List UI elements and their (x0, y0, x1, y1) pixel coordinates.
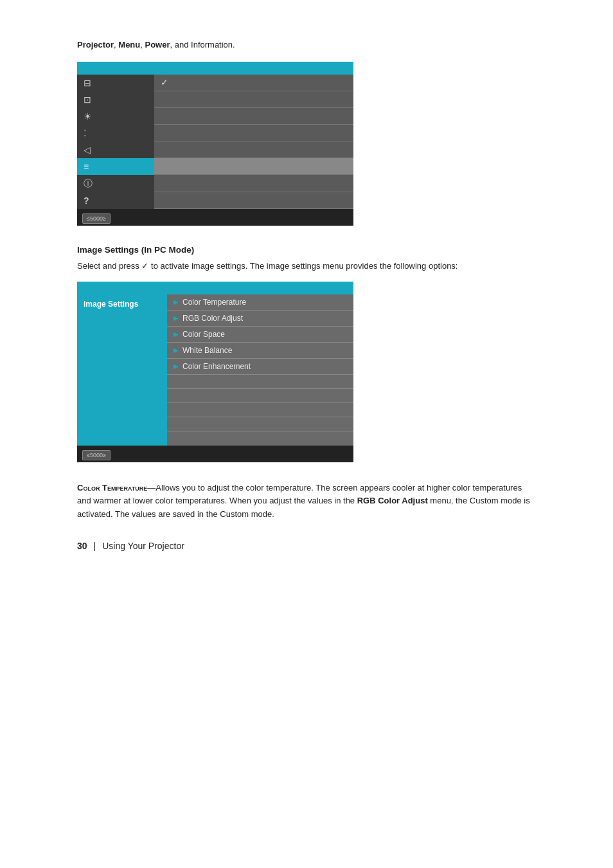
footer-label-1: ≤5000≥ (82, 213, 111, 224)
menu-icon-7: Ⓘ (77, 175, 154, 192)
menu-icon-1: ⊟ (77, 75, 154, 91)
arrow-icon-2: ▶ (173, 314, 179, 321)
menu-icon-6: ≡ (77, 158, 154, 175)
arrow-icon-1: ▶ (173, 298, 179, 305)
menu-value-8 (154, 192, 353, 209)
menu-icon-3: ☀ (77, 108, 154, 125)
submenu-item-1: ▶ Color Temperature (167, 294, 353, 311)
menu-value-2 (154, 91, 353, 108)
rgb-color-adjust-bold: RGB Color Adjust (357, 496, 428, 505)
menu-value-4 (154, 125, 353, 141)
menu-value-1: ✓ (154, 75, 353, 91)
submenu-blank-5 (167, 431, 353, 446)
menu-icon-8: ? (77, 192, 154, 209)
submenu-item-5: ▶ Color Enhancement (167, 359, 353, 375)
menu-row-3: ☀ (77, 108, 353, 125)
color-temp-description: Color Temperature—Allows you to adjust t… (77, 482, 536, 521)
submenu-blank-1 (167, 375, 353, 389)
menu-table-2-main-row: Image Settings ▶ Color Temperature ▶ RGB… (77, 294, 353, 446)
color-temp-term: Color Temperature (77, 483, 147, 493)
menu-table-1-header (77, 62, 353, 75)
submenu-blank-3 (167, 403, 353, 417)
submenu-blank-2 (167, 389, 353, 403)
page-number: 30 (77, 541, 87, 551)
menu-table-2-right: ▶ Color Temperature ▶ RGB Color Adjust ▶… (167, 294, 353, 446)
menu-table-1: ⊟ ✓ ⊡ ☀ ⁚ ◁ ≡ Ⓘ (77, 62, 353, 226)
page-container: Projector, Menu, Power, and Information.… (0, 0, 613, 868)
submenu-item-3: ▶ Color Space (167, 327, 353, 343)
menu-table-1-header-row (77, 62, 353, 75)
arrow-icon-5: ▶ (173, 363, 179, 370)
menu-icon-4: ⁚ (77, 125, 154, 141)
menu-row-5: ◁ (77, 141, 353, 158)
menu-table-2-header (77, 282, 353, 294)
submenu-blank-4 (167, 417, 353, 431)
menu-icon-2: ⊡ (77, 91, 154, 108)
menu-row-2: ⊡ (77, 91, 353, 108)
menu-table-2-footer-row: ≤5000≥ (77, 446, 353, 462)
submenu-item-4: ▶ White Balance (167, 343, 353, 359)
footer-label-2: ≤5000≥ (82, 450, 111, 460)
menu-table-1-footer: ≤5000≥ (77, 209, 353, 226)
intro-text: Projector, Menu, Power, and Information. (77, 39, 536, 51)
section2-desc: Select and press ✓ to activate image set… (77, 260, 536, 273)
menu-row-8: ? (77, 192, 353, 209)
page-divider: | (94, 541, 96, 551)
menu-icon-5: ◁ (77, 141, 154, 158)
menu-value-7 (154, 175, 353, 192)
menu-value-3 (154, 108, 353, 125)
page-footer: 30 | Using Your Projector (77, 541, 536, 551)
menu-table-2-header-row (77, 282, 353, 294)
arrow-icon-3: ▶ (173, 330, 179, 338)
menu-table-1-footer-row: ≤5000≥ (77, 209, 353, 226)
menu-row-4: ⁚ (77, 125, 353, 141)
arrow-icon-4: ▶ (173, 347, 179, 354)
menu-row-6-highlighted: ≡ (77, 158, 353, 175)
menu-table-2-footer: ≤5000≥ (77, 446, 353, 462)
menu-table-2-left-label: Image Settings (77, 294, 167, 446)
menu-value-5 (154, 141, 353, 158)
submenu-item-2: ▶ RGB Color Adjust (167, 311, 353, 327)
section2-heading: Image Settings (In PC Mode) (77, 245, 536, 255)
menu-row-7: Ⓘ (77, 175, 353, 192)
menu-value-6 (154, 158, 353, 175)
page-title: Using Your Projector (102, 541, 184, 551)
menu-row-1: ⊟ ✓ (77, 75, 353, 91)
menu-table-2: Image Settings ▶ Color Temperature ▶ RGB… (77, 282, 353, 462)
